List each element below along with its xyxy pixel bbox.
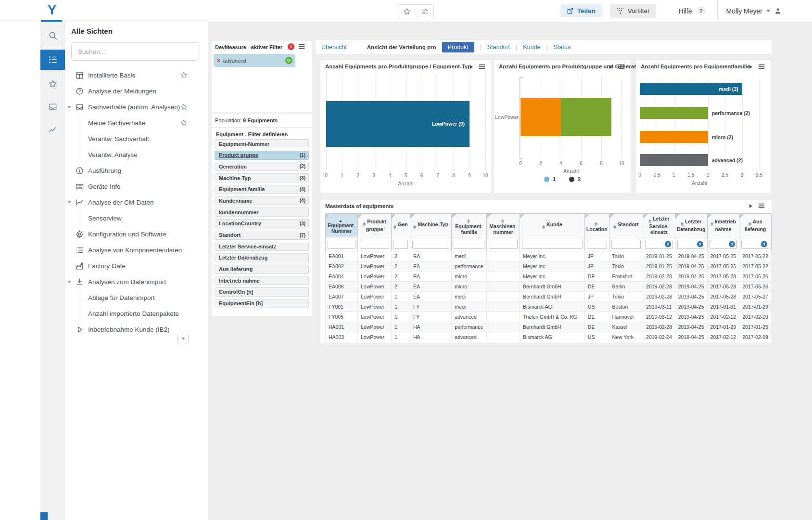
bar-advanced[interactable] (640, 154, 708, 166)
search-input[interactable] (71, 42, 200, 61)
bar-segment-generation-2[interactable] (561, 98, 611, 136)
column-header-aus-lieferung[interactable]: Aus lieferung (739, 214, 772, 237)
filter-field-aus-lieferung[interactable]: Aus lieferung (215, 265, 309, 274)
filter-field-produkt-gruppe[interactable]: Produkt gruppe(1) (215, 151, 309, 160)
column-filter-input[interactable] (489, 240, 518, 249)
column-filter-input[interactable] (611, 240, 641, 249)
bar-segment-generation-1[interactable] (520, 98, 561, 136)
filter-field-equipment-nummer[interactable]: Equipment-Nummer (215, 139, 309, 148)
column-header-maschinen-nummer[interactable]: Maschinen-nummer (487, 214, 520, 237)
filter-field-equipment-familie[interactable]: Equipment-familie(4) (215, 185, 309, 194)
caret-right-icon[interactable] (749, 204, 752, 208)
table-row-FY001[interactable]: FY001LowPower1FYmediBismarck AGUSBoston2… (326, 302, 772, 312)
chevron-down-icon[interactable] (67, 106, 71, 108)
sidebar-item-analyse-der-cm-daten[interactable]: Analyse der CM-Daten (65, 195, 208, 210)
recycle-icon[interactable]: ⟳ (285, 57, 292, 64)
sidebar-item-verantw-analyse[interactable]: Verantw. Analyse (65, 147, 208, 163)
menu-icon[interactable] (618, 64, 625, 69)
column-header-standort[interactable]: Standort (609, 214, 643, 237)
sidebar-item-installierte-basis[interactable]: Installierte Basis (65, 67, 208, 83)
column-header-inbetrieb-nahme[interactable]: Inbetrieb nahme (707, 214, 739, 237)
table-row-EA002[interactable]: EA002LowPower2EAperformanceMeyer Inc.JPT… (326, 261, 772, 272)
menu-icon[interactable] (479, 64, 485, 69)
help-menu[interactable]: Hilfe ? (667, 0, 717, 22)
caret-right-icon[interactable] (609, 65, 612, 69)
tab-standort[interactable]: Standort (487, 44, 510, 51)
star-icon[interactable] (180, 119, 188, 127)
caret-right-icon[interactable] (470, 65, 473, 69)
filter-field-inbetrieb-nahme[interactable]: Inbetrieb nahme (215, 276, 309, 285)
legend-entry-2[interactable]: 2 (569, 176, 581, 182)
sidebar-item-sachverhalte-autom-analysen-[interactable]: Sachverhalte (autom. Analysen) (65, 99, 208, 115)
column-filter-input[interactable] (412, 240, 449, 249)
sidebar-collapse-button[interactable]: ◀ (177, 333, 189, 343)
sidebar-item-konfiguration-und-software[interactable]: Konfiguration und Software (65, 226, 208, 242)
sidebar-item-anzahl-importierte-datenpakete[interactable]: Anzahl importierte Datenpakete (65, 306, 208, 322)
tab-uebersicht[interactable]: Übersicht (321, 44, 347, 51)
table-row-EA004[interactable]: EA004LowPower2EAmicroMeyer Inc.DEFrankfu… (326, 272, 772, 282)
help-icon[interactable]: ? (729, 241, 735, 247)
column-filter-input[interactable] (454, 240, 484, 249)
filter-field-letzter-datenabzug[interactable]: Letzter Datenabzug (215, 253, 309, 262)
sidebar-item-ablage-für-datenimport[interactable]: Ablage für Datenimport (65, 290, 208, 306)
tab-produkt[interactable]: Produkt (442, 42, 474, 52)
star-icon[interactable] (180, 71, 188, 79)
views-rail-button-active[interactable] (40, 50, 65, 70)
filter-field-standort[interactable]: Standort(7) (215, 231, 309, 240)
column-header-machine-typ[interactable]: Machine-Typ (410, 214, 451, 237)
tab-kunde[interactable]: Kunde (523, 44, 540, 51)
filter-field-locationcountry[interactable]: LocationCountry(3) (215, 219, 309, 228)
table-row-HA003[interactable]: HA003LowPower1HAadvancedBismarck AGUSNew… (326, 332, 772, 342)
column-header-location[interactable]: Location (584, 214, 609, 237)
column-header-equipment-familie[interactable]: Equipment-familie (452, 214, 487, 237)
prefilter-button[interactable]: Vorfilter (610, 4, 656, 18)
sidebar-item-factory-gate[interactable]: Factory Gate (65, 258, 208, 274)
column-header-kunde[interactable]: Kunde (520, 214, 585, 237)
column-filter-input[interactable] (522, 240, 583, 249)
column-filter-input[interactable] (587, 240, 607, 249)
sidebar-item-analysen-zum-datenimport[interactable]: Analysen zum Datenimport (65, 274, 208, 290)
table-row-FY005[interactable]: FY005LowPower1FYadvancedThelen GmbH & Co… (326, 312, 772, 322)
sidebar-item-meine-sachverhalte[interactable]: Meine Sachverhalte (65, 115, 208, 131)
column-header-letzter-datenabzug[interactable]: Letzter Datenabzug (675, 214, 707, 237)
column-header-equipment-nummer[interactable]: Equipment-Nummer (326, 214, 358, 237)
table-row-EA007[interactable]: EA007LowPower1EAmediBernhardt GmbHJPToki… (326, 292, 772, 302)
menu-icon[interactable] (758, 64, 765, 69)
help-icon[interactable]: ? (665, 241, 671, 247)
sidebar-item-analyse-von-komponentendaten[interactable]: Analyse von Komponentendaten (65, 242, 208, 258)
help-icon[interactable]: ? (697, 241, 703, 247)
table-row-EA001[interactable]: EA001LowPower2EAmediMeyer Inc.JPTokio201… (326, 251, 772, 261)
filter-field-machine-typ[interactable]: Machine-Typ(3) (215, 173, 309, 182)
column-filter-input[interactable] (328, 240, 355, 249)
filter-field-kundennummer[interactable]: kundennummer (215, 208, 309, 217)
help-icon[interactable]: ? (761, 241, 767, 247)
column-header-letzter-service-einsatz[interactable]: Letzter Service-einsatz (643, 214, 675, 237)
chevron-down-icon[interactable] (67, 281, 71, 283)
sidebar-item-ausführung[interactable]: Ausführung (65, 163, 208, 179)
app-logo[interactable]: Y (48, 3, 56, 18)
star-icon[interactable] (180, 103, 188, 111)
filter-field-generation[interactable]: Generation(2) (215, 162, 309, 171)
caret-right-icon[interactable] (749, 65, 752, 69)
view-settings-button[interactable] (416, 4, 434, 18)
column-filter-input[interactable] (393, 240, 408, 249)
sidebar-item-verantw-sachverhalt[interactable]: Verantw. Sachverhalt (65, 131, 208, 147)
menu-icon[interactable] (298, 44, 305, 49)
filter-field-controlon-h-[interactable]: ControlOn [h] (215, 287, 309, 297)
inbox-rail-button[interactable] (40, 98, 65, 116)
column-header-gen[interactable]: Gen (392, 214, 410, 237)
filter-field-kundenname[interactable]: Kundenname(4) (215, 196, 309, 205)
sidebar-item-analyse-der-meldungen[interactable]: Analyse der Meldungen (65, 83, 208, 99)
remove-filter-icon[interactable]: × (217, 58, 220, 64)
sidebar-item-sensorview[interactable]: Sensorview (65, 210, 208, 226)
tab-status[interactable]: Status (553, 44, 570, 51)
table-row-EA006[interactable]: EA006LowPower2EAmicroBernhardt GmbHDEBer… (326, 282, 772, 292)
favorite-view-button[interactable] (398, 4, 416, 18)
favorites-rail-button[interactable] (40, 75, 65, 93)
filter-field-equipmentein-h-[interactable]: EquipmentEin [h] (215, 299, 309, 308)
bar-micro[interactable] (640, 131, 708, 143)
legend-entry-1[interactable]: 1 (544, 176, 556, 182)
column-header-produkt-gruppe[interactable]: Produkt gruppe (357, 214, 391, 237)
column-filter-input[interactable] (360, 240, 389, 249)
table-row-HA001[interactable]: HA001LowPower1HAperformanceBernhardt Gmb… (326, 322, 772, 332)
